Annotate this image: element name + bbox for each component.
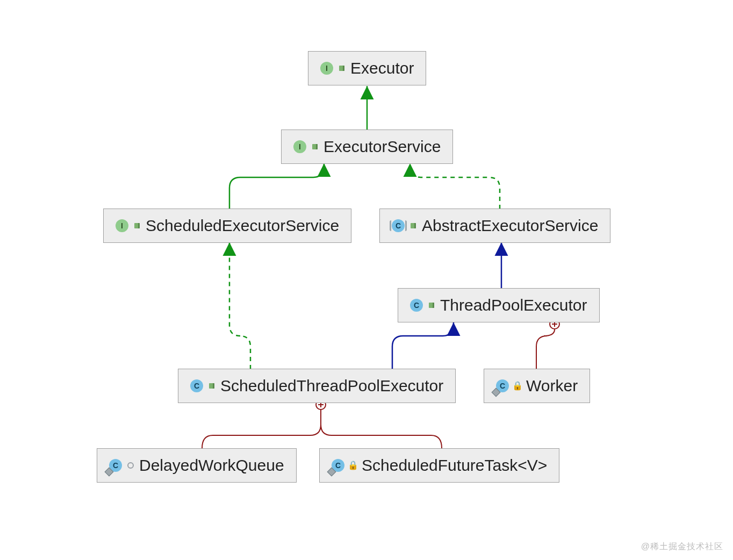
class-icon: C bbox=[496, 379, 509, 392]
node-executor-service[interactable]: I ExecutorService bbox=[281, 130, 453, 164]
edge-schedexecsvc-executorsvc bbox=[229, 163, 324, 209]
diagram-canvas: I Executor I ExecutorService I Scheduled… bbox=[0, 0, 733, 560]
node-label: Executor bbox=[350, 59, 414, 77]
interface-icon: I bbox=[116, 219, 128, 232]
edge-stpe-tpe bbox=[392, 322, 454, 369]
node-abstract-executor-service[interactable]: C AbstractExecutorService bbox=[379, 209, 610, 243]
node-worker[interactable]: C 🔒 Worker bbox=[484, 369, 590, 403]
edge-sft-stpe bbox=[321, 410, 442, 448]
node-executor[interactable]: I Executor bbox=[308, 51, 426, 85]
edge-absexecsvc-executorsvc bbox=[410, 163, 500, 209]
nested-badge-icon bbox=[105, 468, 114, 477]
node-thread-pool-executor[interactable]: C ThreadPoolExecutor bbox=[398, 288, 600, 322]
public-icon bbox=[133, 221, 141, 230]
node-label: ExecutorService bbox=[324, 138, 441, 156]
node-label: DelayedWorkQueue bbox=[139, 456, 284, 475]
private-lock-icon: 🔒 bbox=[349, 461, 357, 470]
public-icon bbox=[311, 142, 319, 151]
nested-badge-icon bbox=[492, 388, 501, 397]
nested-badge-icon bbox=[327, 468, 336, 477]
node-label: AbstractExecutorService bbox=[422, 217, 598, 235]
class-icon: C bbox=[190, 379, 203, 392]
node-label: ScheduledThreadPoolExecutor bbox=[220, 377, 443, 395]
public-icon bbox=[427, 301, 436, 310]
node-label: ScheduledFutureTask<V> bbox=[362, 456, 547, 475]
public-icon bbox=[409, 221, 418, 230]
class-icon: C bbox=[410, 299, 423, 312]
node-scheduled-thread-pool-executor[interactable]: C ScheduledThreadPoolExecutor bbox=[178, 369, 456, 403]
node-scheduled-future-task[interactable]: C 🔒 ScheduledFutureTask<V> bbox=[319, 448, 559, 483]
class-icon: C bbox=[109, 459, 122, 472]
private-lock-icon: 🔒 bbox=[513, 382, 522, 390]
class-icon: C bbox=[332, 459, 344, 472]
node-scheduled-executor-service[interactable]: I ScheduledExecutorService bbox=[103, 209, 351, 243]
node-label: ScheduledExecutorService bbox=[146, 217, 339, 235]
edge-stpe-schedexecsvc bbox=[229, 242, 250, 369]
edge-worker-tpe bbox=[536, 329, 555, 369]
public-icon bbox=[337, 64, 346, 73]
package-private-icon bbox=[126, 461, 135, 470]
node-label: ThreadPoolExecutor bbox=[440, 296, 587, 314]
node-delayed-work-queue[interactable]: C DelayedWorkQueue bbox=[97, 448, 297, 483]
edge-dwq-stpe bbox=[202, 410, 321, 448]
abstract-class-icon: C bbox=[392, 219, 405, 232]
interface-icon: I bbox=[320, 62, 333, 75]
node-label: Worker bbox=[526, 377, 578, 395]
interface-icon: I bbox=[293, 140, 306, 153]
watermark-text: @稀土掘金技术社区 bbox=[641, 541, 723, 552]
public-icon bbox=[207, 382, 216, 390]
